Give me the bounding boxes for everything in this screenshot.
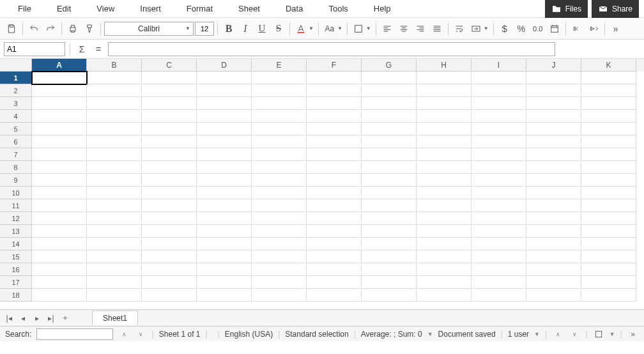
cell-G4[interactable]: [362, 110, 417, 123]
cell-reference-input[interactable]: [4, 42, 65, 56]
cell-I15[interactable]: [471, 250, 526, 263]
cell-H13[interactable]: [417, 225, 471, 238]
cell-F16[interactable]: [307, 263, 362, 276]
menu-view[interactable]: View: [84, 1, 127, 16]
cell-I2[interactable]: [471, 84, 526, 97]
cell-K6[interactable]: [581, 135, 636, 148]
cell-A3[interactable]: [32, 97, 87, 110]
cell-A17[interactable]: [32, 276, 87, 289]
cell-K8[interactable]: [581, 161, 636, 174]
cell-I9[interactable]: [471, 174, 526, 187]
undo-icon[interactable]: [26, 21, 42, 36]
cell-H16[interactable]: [417, 263, 471, 276]
cell-F17[interactable]: [307, 276, 362, 289]
cell-D5[interactable]: [197, 123, 252, 135]
cell-B16[interactable]: [87, 263, 142, 276]
row-header-16[interactable]: 16: [0, 263, 32, 276]
cell-A15[interactable]: [32, 250, 87, 263]
cell-E16[interactable]: [252, 263, 307, 276]
col-header-K[interactable]: K: [581, 59, 636, 72]
cell-H5[interactable]: [417, 123, 471, 135]
row-header-10[interactable]: 10: [0, 187, 32, 199]
first-sheet-icon[interactable]: |◂: [3, 312, 15, 325]
cell-F7[interactable]: [307, 148, 362, 161]
align-center-icon[interactable]: [396, 21, 411, 36]
cell-G17[interactable]: [362, 276, 417, 289]
cell-A11[interactable]: [32, 199, 87, 212]
cell-H3[interactable]: [417, 97, 471, 110]
case-icon[interactable]: Aa: [322, 21, 337, 36]
cell-A5[interactable]: [32, 123, 87, 135]
cell-K14[interactable]: [581, 238, 636, 250]
cell-D11[interactable]: [197, 199, 252, 212]
font-size-input[interactable]: [195, 22, 214, 36]
cell-J13[interactable]: [526, 225, 581, 238]
cell-D15[interactable]: [197, 250, 252, 263]
cell-D10[interactable]: [197, 187, 252, 199]
cell-B11[interactable]: [87, 199, 142, 212]
cell-J4[interactable]: [526, 110, 581, 123]
number-format-icon[interactable]: 0.0: [530, 21, 546, 36]
cell-E18[interactable]: [252, 289, 307, 302]
cell-G18[interactable]: [362, 289, 417, 302]
cell-G16[interactable]: [362, 263, 417, 276]
merge-cells-icon[interactable]: [468, 21, 484, 36]
cell-D18[interactable]: [197, 289, 252, 302]
cell-J2[interactable]: [526, 84, 581, 97]
cell-I16[interactable]: [471, 263, 526, 276]
italic-icon[interactable]: I: [238, 21, 253, 36]
collapse-up-icon[interactable]: ∧: [552, 328, 564, 341]
cell-E1[interactable]: [252, 72, 307, 84]
col-header-J[interactable]: J: [526, 59, 581, 72]
cell-I10[interactable]: [471, 187, 526, 199]
cell-J1[interactable]: [526, 72, 581, 84]
currency-icon[interactable]: $: [497, 21, 512, 36]
menu-tools[interactable]: Tools: [316, 1, 360, 16]
cell-E8[interactable]: [252, 161, 307, 174]
cell-K13[interactable]: [581, 225, 636, 238]
cell-G2[interactable]: [362, 84, 417, 97]
share-button[interactable]: Share: [592, 0, 639, 18]
menu-help[interactable]: Help: [361, 1, 404, 16]
col-header-E[interactable]: E: [252, 59, 307, 72]
cell-D4[interactable]: [197, 110, 252, 123]
row-header-12[interactable]: 12: [0, 212, 32, 225]
cell-A18[interactable]: [32, 289, 87, 302]
cell-D17[interactable]: [197, 276, 252, 289]
cell-G7[interactable]: [362, 148, 417, 161]
cell-I6[interactable]: [471, 135, 526, 148]
cell-H18[interactable]: [417, 289, 471, 302]
users-status[interactable]: 1 user: [508, 330, 529, 339]
cell-D3[interactable]: [197, 97, 252, 110]
cell-C12[interactable]: [142, 212, 197, 225]
cell-G1[interactable]: [362, 72, 417, 84]
row-header-14[interactable]: 14: [0, 238, 32, 250]
cell-B5[interactable]: [87, 123, 142, 135]
cell-F2[interactable]: [307, 84, 362, 97]
cell-I5[interactable]: [471, 123, 526, 135]
cell-D13[interactable]: [197, 225, 252, 238]
cell-C15[interactable]: [142, 250, 197, 263]
next-sheet-icon[interactable]: ▸: [31, 312, 43, 325]
cell-C18[interactable]: [142, 289, 197, 302]
cell-C10[interactable]: [142, 187, 197, 199]
cell-K15[interactable]: [581, 250, 636, 263]
cell-H8[interactable]: [417, 161, 471, 174]
row-header-11[interactable]: 11: [0, 199, 32, 212]
cell-B6[interactable]: [87, 135, 142, 148]
files-button[interactable]: Files: [545, 0, 588, 18]
row-header-5[interactable]: 5: [0, 123, 32, 135]
cell-B15[interactable]: [87, 250, 142, 263]
row-header-17[interactable]: 17: [0, 276, 32, 289]
row-header-3[interactable]: 3: [0, 97, 32, 110]
print-icon[interactable]: [65, 21, 80, 36]
summary-status[interactable]: Average: ; Sum: 0: [361, 330, 422, 339]
cell-B12[interactable]: [87, 212, 142, 225]
cell-I1[interactable]: [471, 72, 526, 84]
cell-A7[interactable]: [32, 148, 87, 161]
row-header-9[interactable]: 9: [0, 174, 32, 187]
select-all-corner[interactable]: [0, 59, 32, 72]
add-sheet-button[interactable]: +: [59, 312, 72, 325]
cell-F6[interactable]: [307, 135, 362, 148]
date-format-icon[interactable]: [547, 21, 562, 36]
